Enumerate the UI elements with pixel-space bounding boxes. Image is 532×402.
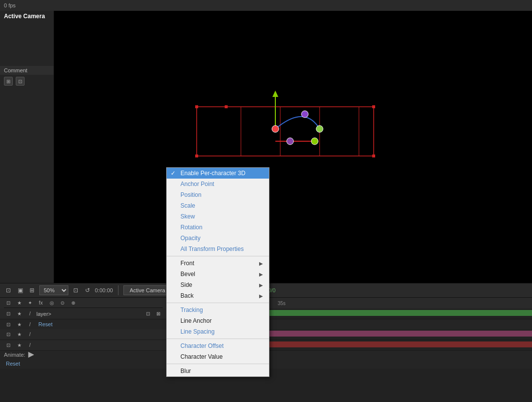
svg-point-17 (287, 138, 294, 145)
menu-item-rotation[interactable]: Rotation (167, 222, 269, 233)
context-menu: Enable Per-character 3D Anchor Point Pos… (166, 167, 269, 377)
tl-solo3-icon[interactable]: ⊡ (4, 341, 13, 350)
menu-item-scale[interactable]: Scale (167, 200, 269, 211)
comment-bar: Comment (0, 66, 54, 75)
menu-item-all-transform[interactable]: All Transform Properties (167, 244, 269, 254)
menu-item-char-value[interactable]: Character Value (167, 351, 269, 362)
reset-button-1[interactable]: Reset (36, 321, 55, 328)
tl-row-left-3: ⊡ ★ / (0, 340, 167, 350)
tl-icons-row: ⊡ ★ ✦ fx ◎ ⊙ ⊕ (4, 299, 163, 308)
left-panel: Active Camera Comment ⊞ ⊡ (0, 11, 54, 289)
fps-label: 0 fps (4, 2, 16, 8)
menu-item-front[interactable]: Front ▶ (167, 258, 269, 269)
svg-point-18 (311, 138, 318, 145)
reset-row-left-1: ⊡ ★ / Reset (0, 320, 167, 329)
menu-item-side[interactable]: Side ▶ (167, 279, 269, 290)
menu-item-position[interactable]: Position (167, 189, 269, 200)
menu-item-line-anchor[interactable]: Line Anchor (167, 315, 269, 326)
menu-item-blur[interactable]: Blur (167, 366, 269, 376)
svg-rect-9 (372, 155, 375, 157)
svg-rect-5 (195, 105, 198, 108)
menu-item-tracking[interactable]: Tracking (167, 305, 269, 315)
svg-marker-11 (272, 91, 278, 97)
monitor-icon[interactable]: ▣ (16, 286, 25, 295)
tl-icon-6[interactable]: ⊕ (69, 299, 78, 308)
canvas-area (54, 11, 532, 289)
icon-row: ⊞ ⊡ (0, 75, 54, 88)
submenu-arrow-back: ▶ (259, 293, 263, 299)
menu-item-char-offset[interactable]: Character Offset (167, 340, 269, 351)
tl-row-left-2: ⊡ ★ / (0, 329, 167, 340)
time-mark-35: 35s (278, 301, 286, 306)
tl-vis2-icon[interactable]: / (26, 330, 34, 339)
timeline-left-header: ⊡ ★ ✦ fx ◎ ⊙ ⊕ (0, 298, 167, 309)
tl-solo-icon[interactable]: ⊡ (4, 309, 13, 318)
tl-icon-3[interactable]: ✦ (26, 299, 34, 308)
separator-1 (167, 256, 269, 256)
menu-item-line-spacing[interactable]: Line Spacing (167, 326, 269, 337)
animate-label: Animate: (4, 352, 25, 358)
menu-item-back[interactable]: Back ▶ (167, 290, 269, 301)
mini-icon-2[interactable]: ⊡ (16, 77, 25, 86)
fit-icon[interactable]: ⊡ (71, 286, 80, 295)
divider-1 (118, 285, 118, 295)
tl-icon-fx[interactable]: fx (36, 299, 45, 308)
menu-item-skew[interactable]: Skew (167, 211, 269, 222)
tl-icon-2[interactable]: ★ (15, 299, 24, 308)
top-bar: 0 fps (0, 0, 532, 11)
tl-icon-5[interactable]: ⊙ (58, 299, 67, 308)
svg-rect-6 (225, 105, 228, 108)
tl-star-icon[interactable]: ★ (15, 320, 24, 329)
tl-lock-icon[interactable]: ★ (15, 309, 24, 318)
separator-2 (167, 303, 269, 303)
time-display: 0:00:00 (95, 287, 113, 293)
svg-point-15 (301, 111, 308, 118)
separator-4 (167, 364, 269, 364)
svg-point-14 (272, 125, 279, 132)
tl-add-icon[interactable]: ⊡ (4, 320, 13, 329)
tl-solo2-icon[interactable]: ⊡ (4, 330, 13, 339)
svg-rect-7 (372, 105, 375, 108)
submenu-arrow-front: ▶ (259, 261, 263, 266)
comment-label: Comment (4, 67, 28, 73)
active-camera-label: Active Camera (0, 11, 54, 22)
tl-motion-icon[interactable]: ⊠ (154, 309, 163, 318)
menu-item-opacity[interactable]: Opacity (167, 233, 269, 244)
reset-button-2[interactable]: Reset (4, 360, 22, 367)
menu-item-enable-per-char[interactable]: Enable Per-character 3D (167, 168, 269, 179)
menu-item-bevel[interactable]: Bevel ▶ (167, 269, 269, 279)
svg-point-16 (316, 125, 323, 132)
tl-icon-1[interactable]: ⊡ (4, 299, 13, 308)
tl-lock2-icon[interactable]: ★ (15, 330, 24, 339)
camera-icon[interactable]: ⊡ (4, 286, 13, 295)
submenu-arrow-bevel: ▶ (259, 272, 263, 277)
svg-rect-0 (197, 107, 374, 156)
tl-row-label-1: layer> (36, 311, 51, 317)
tl-icon-4[interactable]: ◎ (47, 299, 56, 308)
tl-key-icon[interactable]: ⊡ (144, 309, 152, 318)
tl-vis-icon[interactable]: / (26, 309, 34, 318)
grid-icon[interactable]: ⊞ (28, 286, 36, 295)
tl-vis3-icon[interactable]: / (26, 341, 34, 350)
animate-play-button[interactable] (28, 352, 34, 358)
tl-lock3-icon[interactable]: ★ (15, 341, 24, 350)
menu-item-anchor-point[interactable]: Anchor Point (167, 179, 269, 189)
tl-slash-icon[interactable]: / (26, 320, 34, 329)
tl-row-left-1: ⊡ ★ / layer> ⊡ ⊠ (0, 309, 167, 319)
submenu-arrow-side: ▶ (259, 282, 263, 288)
zoom-select[interactable]: 50% 100% 25% (39, 285, 68, 295)
separator-3 (167, 339, 269, 339)
mini-icon-1[interactable]: ⊞ (4, 77, 13, 86)
reset-icon[interactable]: ↺ (83, 286, 92, 295)
svg-rect-8 (195, 155, 198, 157)
